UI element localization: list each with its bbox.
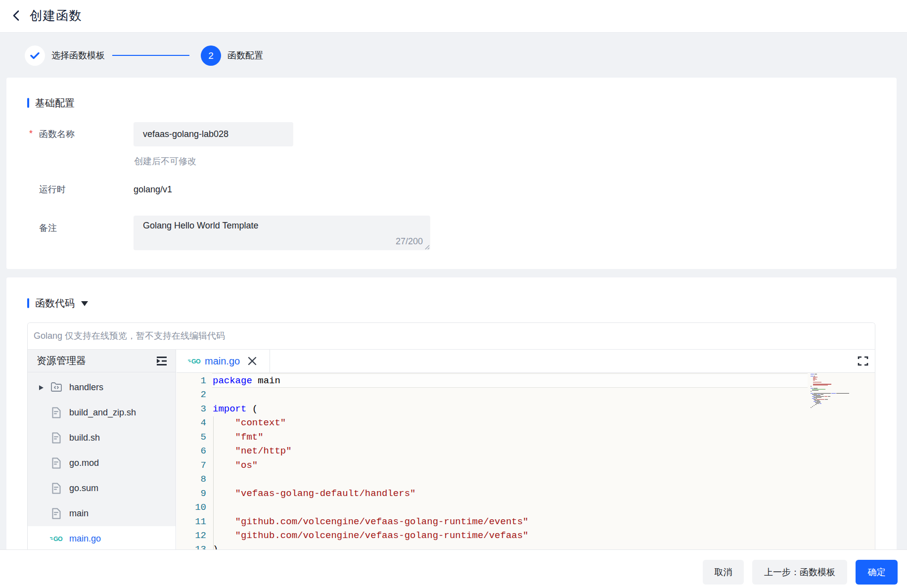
- svg-text:GO: GO: [191, 358, 201, 365]
- svg-text:GO: GO: [53, 536, 63, 543]
